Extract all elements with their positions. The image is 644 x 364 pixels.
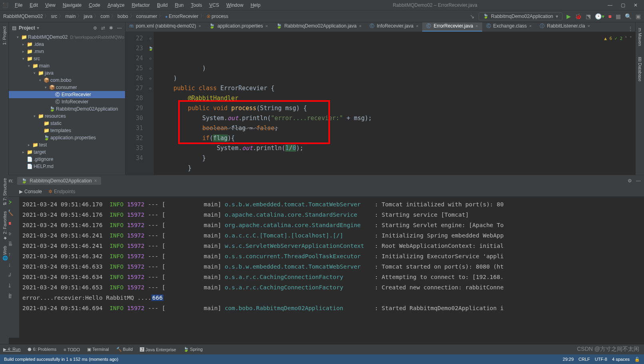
- tree-node[interactable]: ▾📁RabbitMQDemo02D:\workspace\RabbitMQWo: [9, 34, 125, 41]
- search-everywhere-button[interactable]: 🔍: [625, 13, 632, 20]
- breadcrumb-item[interactable]: src: [51, 14, 57, 19]
- close-tab-icon[interactable]: ×: [94, 178, 97, 184]
- menu-help[interactable]: Help: [247, 2, 264, 9]
- editor-tab[interactable]: ⒾRabbitListener.cla×: [536, 22, 594, 32]
- editor-tab[interactable]: mpom.xml (rabbitmq-demo02)×: [125, 22, 205, 32]
- menu-tools[interactable]: Tools: [188, 2, 205, 9]
- stop-button[interactable]: ■: [608, 13, 612, 20]
- tree-node[interactable]: 📄HELP.md: [9, 163, 125, 170]
- tree-node[interactable]: ▸📁.mvn: [9, 48, 125, 55]
- settings-button[interactable]: ▣: [636, 13, 641, 20]
- editor-tab[interactable]: ⒸErrorRecevier.java×: [422, 22, 482, 32]
- bottom-tab[interactable]: ▶ 4: Run: [3, 347, 20, 352]
- project-tree[interactable]: ▾📁RabbitMQDemo02D:\workspace\RabbitMQWo▸…: [9, 34, 125, 175]
- tree-node[interactable]: 🍃RabbitmqDemo02Application: [9, 105, 125, 113]
- sidebar-tab-database[interactable]: 🗄 Database: [637, 55, 643, 84]
- tree-node[interactable]: ▾📁java: [9, 69, 125, 77]
- tree-node[interactable]: ▾📁src: [9, 55, 125, 62]
- sidebar-tab-structure[interactable]: ⇅ 7: Structure: [2, 178, 7, 206]
- tree-node[interactable]: 🍃application.properties: [9, 134, 125, 141]
- collapse-all-icon[interactable]: ✱: [109, 25, 113, 31]
- layout-button[interactable]: ▦: [616, 13, 621, 20]
- fold-gutter[interactable]: ⊖🍃⊖⊖⊖⊖: [147, 32, 154, 175]
- run-tab[interactable]: 🍃 RabbitmqDemo02Application ×: [17, 177, 101, 185]
- editor-tab[interactable]: 🍃RabbitmqDemo02Application.java×: [272, 22, 366, 32]
- tree-node[interactable]: ▸📁.idea: [9, 41, 125, 48]
- tree-node[interactable]: ▾📁main: [9, 62, 125, 69]
- minimize-icon[interactable]: ―: [606, 2, 614, 8]
- close-tab-icon[interactable]: ×: [529, 24, 532, 28]
- close-tab-icon[interactable]: ×: [199, 24, 201, 28]
- tree-node[interactable]: ▾📁resources: [9, 113, 125, 120]
- tree-node[interactable]: 📄.gitignore: [9, 156, 125, 163]
- code-editor[interactable]: ▲ 6 ✓ 2 ˄ ˅ ) ) public class ErrorRecevi…: [154, 32, 635, 175]
- close-tab-icon[interactable]: ×: [359, 24, 361, 28]
- sidebar-tab-web[interactable]: 🌐 Web: [2, 246, 7, 261]
- readonly-icon[interactable]: 🔓: [634, 357, 640, 362]
- breadcrumb-item[interactable]: bobo: [117, 14, 128, 19]
- sidebar-tab-favorites[interactable]: ★ 2: Favorites: [2, 211, 7, 241]
- close-tab-icon[interactable]: ×: [475, 24, 478, 28]
- tree-node[interactable]: 📁templates: [9, 127, 125, 134]
- breadcrumb-item[interactable]: RabbitMQDemo02: [3, 14, 43, 19]
- close-tab-icon[interactable]: ×: [416, 24, 418, 28]
- bottom-tab[interactable]: ⬣ 6: Problems: [28, 347, 56, 352]
- close-tab-icon[interactable]: ×: [265, 24, 268, 28]
- tree-node[interactable]: ▸📁test: [9, 141, 125, 148]
- menu-code[interactable]: Code: [85, 2, 103, 9]
- gear-icon[interactable]: ⚙: [628, 178, 632, 184]
- bottom-tab[interactable]: 🍃 Spring: [183, 347, 203, 352]
- menu-view[interactable]: View: [42, 2, 59, 9]
- ok-indicator[interactable]: ✓ 2: [614, 34, 622, 44]
- tree-node[interactable]: ⒸErrorRecevier: [9, 91, 125, 98]
- bottom-tab[interactable]: ▣ Terminal: [87, 347, 109, 352]
- breadcrumb-item[interactable]: consumer: [136, 14, 157, 19]
- menu-vcs[interactable]: VCS: [206, 2, 223, 9]
- editor-tab[interactable]: 🍃application.properties×: [205, 22, 272, 32]
- menu-run[interactable]: Run: [172, 2, 187, 9]
- minimize-pane-icon[interactable]: ―: [636, 178, 641, 184]
- menu-analyze[interactable]: Analyze: [104, 2, 128, 9]
- editor-tab[interactable]: ⒸExchange.class×: [482, 22, 536, 32]
- menu-navigate[interactable]: Navigate: [60, 2, 85, 9]
- hide-icon[interactable]: ―: [117, 25, 122, 31]
- sidebar-tab-project[interactable]: 1: Project: [1, 24, 8, 47]
- menu-window[interactable]: Window: [223, 2, 246, 9]
- breadcrumb-item[interactable]: ErrorRecevier: [165, 14, 198, 19]
- sidebar-tab-maven[interactable]: m Maven: [637, 26, 643, 48]
- tree-node[interactable]: 📁static: [9, 120, 125, 127]
- close-icon[interactable]: ✕: [632, 2, 639, 8]
- breadcrumb-item[interactable]: java: [83, 14, 92, 19]
- tree-node[interactable]: ▾📦consumer: [9, 84, 125, 91]
- run-config-selector[interactable]: RabbitmqDemo02Application ▾: [479, 12, 562, 20]
- close-tab-icon[interactable]: ×: [587, 24, 590, 28]
- select-opened-file-icon[interactable]: ⊕: [93, 25, 97, 31]
- warn-indicator[interactable]: ▲ 6: [604, 34, 612, 44]
- indent-settings[interactable]: 4 spaces: [612, 357, 630, 362]
- breadcrumb-item[interactable]: main: [65, 14, 76, 19]
- bottom-tab[interactable]: 🅹 Java Enterprise: [140, 347, 176, 352]
- menu-refactor[interactable]: Refactor: [129, 2, 153, 9]
- editor-tab[interactable]: ⒸInfoRecevier.java×: [366, 22, 423, 32]
- menu-edit[interactable]: Edit: [26, 2, 41, 9]
- run-button[interactable]: ▶: [566, 13, 571, 20]
- endpoints-tab[interactable]: ✲ Endpoints: [48, 189, 75, 194]
- menu-file[interactable]: File: [12, 2, 26, 9]
- back-icon[interactable]: ↘: [470, 13, 475, 20]
- tree-node[interactable]: ⒸInfoRecevier: [9, 98, 125, 105]
- scroll-up-icon[interactable]: ˄: [625, 34, 627, 44]
- tree-node[interactable]: ▾📦com.bobo: [9, 77, 125, 84]
- breadcrumb-item[interactable]: com: [100, 14, 109, 19]
- scroll-down-icon[interactable]: ˅: [630, 34, 632, 44]
- bottom-tab[interactable]: 🔨 Build: [116, 347, 133, 352]
- debug-button[interactable]: 🐞: [575, 13, 582, 20]
- console-tab[interactable]: ▶ Console: [19, 189, 42, 194]
- maximize-icon[interactable]: ▢: [619, 2, 626, 8]
- cursor-position[interactable]: 29:29: [563, 357, 574, 362]
- menu-build[interactable]: Build: [154, 2, 171, 9]
- console-output[interactable]: 2021-03-24 09:51:46.170 INFO 15972 --- […: [19, 197, 644, 338]
- profile-button[interactable]: 🕑▾: [595, 13, 604, 20]
- line-separator[interactable]: CRLF: [578, 357, 590, 362]
- tree-node[interactable]: ▸📁target: [9, 148, 125, 156]
- bottom-tab[interactable]: ≡ TODO: [64, 347, 80, 352]
